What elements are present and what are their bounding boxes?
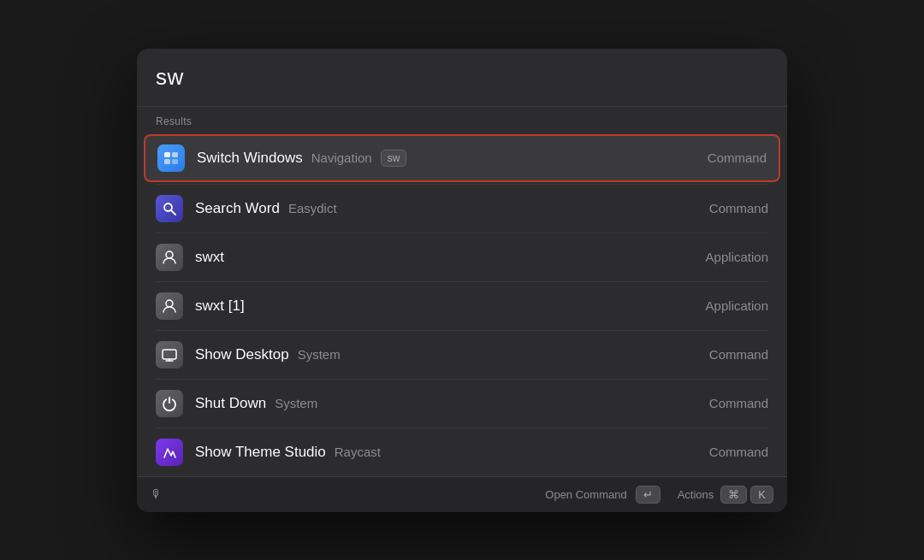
swxt-1-name: swxt [1] (195, 298, 245, 315)
swxt-text: swxt (195, 249, 706, 266)
results-label: Results (137, 107, 787, 133)
actions-label: Actions (678, 488, 714, 501)
swxt-icon (156, 244, 183, 271)
shut-down-category: System (275, 396, 317, 410)
show-desktop-icon (156, 341, 183, 368)
search-word-icon (156, 195, 183, 222)
result-item-show-desktop[interactable]: Show Desktop System Command (137, 331, 787, 379)
show-desktop-name: Show Desktop (195, 346, 289, 363)
search-word-category: Easydict (288, 201, 337, 215)
shut-down-name: Shut Down (195, 395, 266, 412)
switch-windows-badge: sw (381, 150, 407, 167)
search-word-name: Search Word (195, 200, 280, 217)
swxt-1-text: swxt [1] (195, 298, 706, 315)
svg-rect-1 (172, 152, 178, 157)
swxt-1-icon (156, 292, 183, 320)
result-item-swxt[interactable]: swxt Application (137, 233, 787, 281)
actions-section: Actions ⌘ K (678, 486, 773, 504)
theme-studio-category: Raycast (335, 445, 381, 459)
result-item-show-theme-studio[interactable]: Show Theme Studio Raycast Command (137, 428, 787, 476)
theme-studio-type: Command (709, 445, 768, 459)
theme-studio-name: Show Theme Studio (195, 444, 326, 461)
result-item-switch-windows[interactable]: Switch Windows Navigation sw Command (144, 134, 780, 182)
theme-studio-icon (156, 439, 183, 466)
result-item-shut-down[interactable]: Shut Down System Command (137, 380, 787, 427)
result-item-swxt-1[interactable]: swxt [1] Application (137, 282, 787, 330)
search-word-text: Search Word Easydict (195, 200, 709, 217)
switch-windows-icon (157, 144, 185, 172)
show-desktop-text: Show Desktop System (195, 346, 709, 363)
search-input[interactable] (156, 64, 768, 91)
svg-point-7 (166, 300, 173, 307)
show-desktop-category: System (298, 347, 341, 362)
theme-studio-text: Show Theme Studio Raycast (195, 444, 709, 461)
open-command-label: Open Command (545, 488, 626, 501)
svg-rect-3 (172, 159, 178, 164)
swxt-1-type: Application (706, 298, 768, 313)
svg-rect-8 (163, 350, 176, 359)
swxt-type: Application (706, 250, 768, 264)
search-word-type: Command (709, 201, 768, 215)
shut-down-type: Command (709, 396, 768, 410)
show-desktop-type: Command (709, 347, 768, 362)
search-bar (137, 49, 787, 107)
shut-down-icon (156, 390, 183, 417)
switch-windows-type: Command (708, 150, 767, 165)
k-key: K (750, 486, 773, 504)
svg-rect-0 (164, 152, 170, 157)
shut-down-text: Shut Down System (195, 395, 709, 412)
results-section: Results Switch Windows Navigation sw Com… (137, 107, 787, 476)
microphone-icon: 🎙 (151, 487, 163, 501)
switch-windows-text: Switch Windows Navigation sw (197, 150, 708, 167)
svg-rect-2 (164, 159, 170, 164)
enter-key: ↵ (636, 486, 660, 504)
result-item-search-word[interactable]: Search Word Easydict Command (137, 185, 787, 233)
launcher-window: Results Switch Windows Navigation sw Com… (137, 49, 787, 512)
switch-windows-name: Switch Windows (197, 150, 303, 167)
svg-point-6 (166, 251, 173, 258)
footer: 🎙 Open Command ↵ Actions ⌘ K (137, 476, 787, 512)
swxt-name: swxt (195, 249, 224, 266)
cmd-key: ⌘ (720, 486, 747, 504)
switch-windows-category: Navigation (311, 150, 372, 165)
svg-line-5 (171, 210, 175, 215)
